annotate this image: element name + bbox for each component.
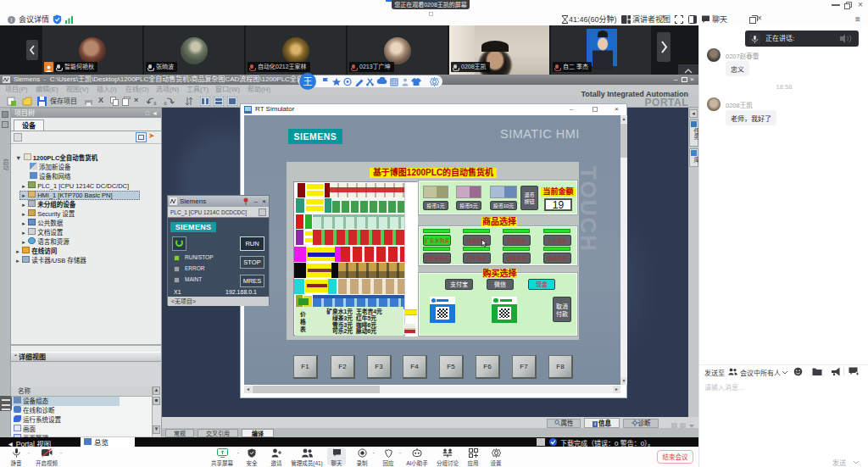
svg-text:±: ± [153,100,157,106]
svg-text:±: ± [164,100,167,106]
